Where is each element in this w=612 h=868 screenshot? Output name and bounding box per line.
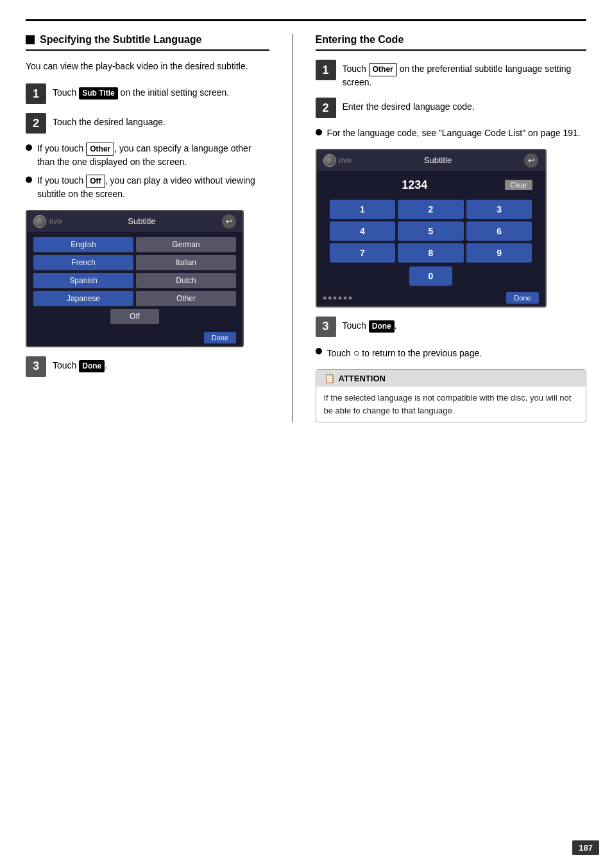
left-step1-text: Touch Sub Title on the initial setting s… (53, 83, 229, 100)
column-divider (292, 34, 293, 422)
dvd-disc-icon (33, 215, 46, 228)
attention-body: If the selected language is not compatib… (316, 386, 586, 422)
left-bullet1: If you touch Other, you can specify a la… (26, 143, 269, 168)
dvd-screen-code: DVD Subtitle ↩ 1234 Clear 1 2 3 4 5 (316, 149, 547, 308)
dvd-icon-right: DVD (323, 154, 352, 167)
num-6[interactable]: 6 (466, 221, 532, 241)
zero-row: 0 (317, 266, 545, 290)
right-step2-num: 2 (316, 98, 336, 118)
left-step2-num: 2 (26, 113, 46, 134)
lang-off[interactable]: Off (110, 309, 159, 324)
clear-button[interactable]: Clear (505, 180, 532, 190)
bullet-dot-right1 (316, 129, 322, 135)
code-display: 1234 Clear (323, 175, 539, 196)
numpad: 1 2 3 4 5 6 7 8 9 (317, 200, 545, 266)
other-button-left[interactable]: Other (86, 143, 114, 156)
right-step1: 1 Touch Other on the preferential subtit… (316, 60, 587, 89)
left-bullet1-text: If you touch Other, you can specify a la… (37, 143, 269, 168)
lang-spanish[interactable]: Spanish (33, 273, 133, 288)
lang-english[interactable]: English (33, 237, 133, 252)
right-step1-num: 1 (316, 60, 336, 80)
right-step3-num: 3 (316, 317, 336, 337)
language-grid: English German French Italian Spanish Du… (33, 237, 236, 306)
code-screen-footer: ■ ■ ■ ■ ■ ■ Done (317, 290, 545, 306)
dvd-screen-left: DVD Subtitle ↩ English German French Ita… (26, 210, 244, 347)
left-step3: 3 Touch Done. (26, 356, 269, 377)
subtitle-button[interactable]: Sub Title (79, 87, 117, 100)
bullet-dot-1 (26, 144, 32, 151)
attention-box: 📋 ATTENTION If the selected language is … (316, 369, 587, 422)
right-bullet-return: Touch ○ to return to the previous page. (316, 346, 587, 360)
num-8[interactable]: 8 (398, 243, 464, 263)
page-number: 187 (572, 840, 599, 855)
lang-other[interactable]: Other (136, 291, 236, 306)
num-3[interactable]: 3 (466, 200, 532, 219)
dvd-screen-header-left: DVD Subtitle ↩ (27, 211, 242, 232)
right-step2-text: Enter the desired language code. (343, 98, 475, 114)
left-step3-num: 3 (26, 356, 46, 377)
top-border (26, 19, 586, 21)
lang-dutch[interactable]: Dutch (136, 273, 236, 288)
left-step2-text: Touch the desired language. (53, 113, 166, 129)
dvd-back-icon[interactable]: ↩ (222, 214, 236, 229)
num-4[interactable]: 4 (330, 221, 396, 241)
num-9[interactable]: 9 (466, 243, 532, 263)
left-step3-text: Touch Done. (53, 356, 107, 372)
left-step2: 2 Touch the desired language. (26, 113, 269, 134)
right-column: Entering the Code 1 Touch Other on the p… (316, 34, 587, 422)
lang-japanese[interactable]: Japanese (33, 291, 133, 306)
dvd-subtitle-label-right: Subtitle (424, 155, 452, 165)
num-7[interactable]: 7 (330, 243, 396, 263)
footer-small-text: ■ ■ ■ ■ ■ ■ (323, 295, 507, 301)
done-button-right[interactable]: Done (369, 320, 395, 333)
heading-black-square (26, 35, 35, 44)
right-bullet1-text: For the language code, see "Language Cod… (327, 127, 581, 140)
num-2[interactable]: 2 (398, 200, 464, 219)
right-bullet1: For the language code, see "Language Cod… (316, 127, 587, 140)
left-section-heading: Specifying the Subtitle Language (26, 34, 269, 51)
return-icon: ○ (353, 347, 360, 358)
done-button-left[interactable]: Done (79, 360, 105, 372)
bullet-dot-return (316, 348, 322, 354)
left-intro: You can view the play-back video in the … (26, 60, 269, 73)
num-5[interactable]: 5 (398, 221, 464, 241)
lang-german[interactable]: German (136, 237, 236, 252)
dvd-screen-footer-left: Done (27, 329, 242, 346)
dvd-icon-left: DVD (33, 215, 62, 228)
dvd-screen-body-left: English German French Italian Spanish Du… (27, 232, 242, 329)
right-step1-text: Touch Other on the preferential subtitle… (343, 60, 587, 89)
dvd-subtitle-label-left: Subtitle (128, 216, 155, 226)
lang-italian[interactable]: Italian (136, 255, 236, 270)
dvd-back-icon-right[interactable]: ↩ (524, 153, 538, 168)
dvd-disc-icon-right (323, 154, 336, 167)
num-1[interactable]: 1 (330, 200, 396, 219)
off-button[interactable]: Off (86, 175, 105, 188)
done-button-left-screen[interactable]: Done (204, 332, 236, 343)
bullet-dot-2 (26, 177, 32, 183)
right-step2: 2 Enter the desired language code. (316, 98, 587, 118)
done-button-right-screen[interactable]: Done (506, 292, 538, 304)
num-0[interactable]: 0 (409, 266, 453, 286)
right-step3: 3 Touch Done. (316, 317, 587, 337)
left-step1-num: 1 (26, 83, 46, 104)
code-display-row: 1234 Clear (317, 171, 545, 200)
left-step1: 1 Touch Sub Title on the initial setting… (26, 83, 269, 104)
right-step3-text: Touch Done. (343, 317, 397, 333)
right-section-title: Entering the Code (316, 34, 404, 46)
attention-header: 📋 ATTENTION (316, 370, 586, 386)
return-text: Touch ○ to return to the previous page. (327, 346, 482, 360)
attention-icon: 📋 (324, 373, 335, 383)
left-section-title: Specifying the Subtitle Language (40, 34, 201, 46)
dvd-screen-header-right: DVD Subtitle ↩ (317, 150, 545, 171)
other-button-right[interactable]: Other (369, 63, 397, 76)
page-container: Specifying the Subtitle Language You can… (0, 0, 612, 868)
left-bullet2: If you touch Off, you can play a video w… (26, 175, 269, 200)
attention-header-text: ATTENTION (339, 374, 386, 383)
code-number: 1234 (330, 178, 500, 192)
dvd-label-left: DVD (49, 218, 62, 225)
right-section-heading: Entering the Code (316, 34, 587, 51)
left-bullet2-text: If you touch Off, you can play a video w… (37, 175, 269, 200)
dvd-label-right: DVD (339, 157, 352, 164)
left-column: Specifying the Subtitle Language You can… (26, 34, 269, 422)
lang-french[interactable]: French (33, 255, 133, 270)
